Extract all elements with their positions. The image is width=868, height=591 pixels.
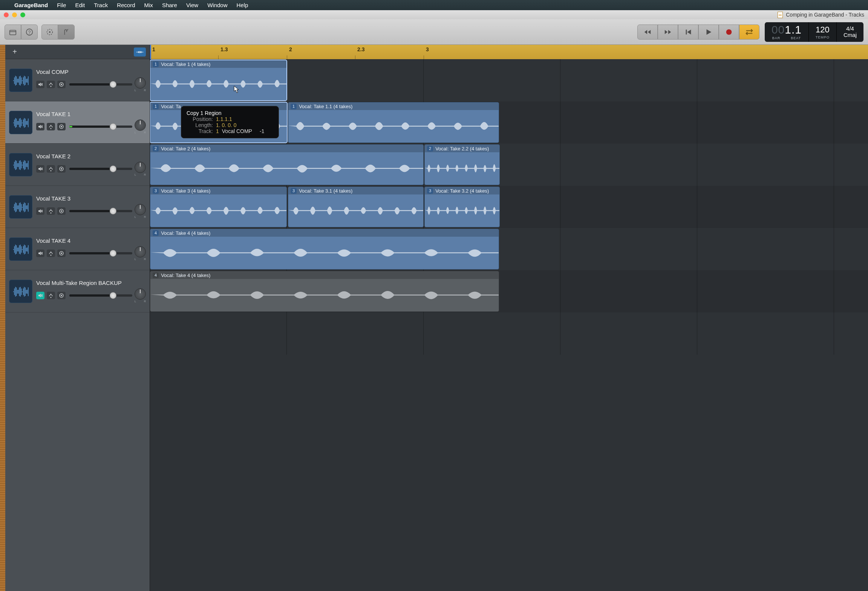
audio-region[interactable]: 3 Vocal: Take 3 (4 takes)	[150, 187, 287, 227]
menu-window[interactable]: Window	[207, 2, 227, 8]
volume-slider[interactable]	[69, 126, 132, 128]
audio-region[interactable]: 2 Vocal: Take 2.2 (4 takes)	[424, 144, 500, 185]
audio-region[interactable]: 1 Vocal: Take 1 (4 takes)	[150, 60, 287, 101]
volume-thumb[interactable]	[110, 208, 116, 214]
mute-button[interactable]	[36, 81, 44, 88]
region-label: Vocal: Take 2 (4 takes)	[161, 146, 210, 152]
menu-edit[interactable]: Edit	[75, 2, 85, 8]
svg-rect-64	[28, 161, 29, 169]
mute-button[interactable]	[36, 207, 44, 215]
play-button[interactable]	[698, 24, 719, 40]
volume-slider[interactable]	[69, 83, 132, 86]
solo-button[interactable]	[47, 165, 55, 173]
take-badge: 2	[427, 146, 433, 152]
input-monitor-button[interactable]	[57, 81, 66, 88]
lcd-key: Cmaj	[844, 32, 857, 38]
pan-knob[interactable]	[135, 204, 146, 215]
volume-thumb[interactable]	[110, 292, 116, 299]
lcd-key-sig[interactable]: 4/4 Cmaj	[837, 22, 863, 42]
quickhelp-button[interactable]: ?	[21, 24, 38, 40]
pan-knob[interactable]	[135, 77, 146, 89]
pan-knob[interactable]	[135, 119, 146, 131]
pan-knob[interactable]	[135, 162, 146, 173]
solo-button[interactable]	[47, 292, 55, 299]
input-monitor-button[interactable]	[57, 123, 66, 130]
menu-record[interactable]: Record	[117, 2, 135, 8]
gotostart-button[interactable]	[678, 24, 698, 40]
solo-button[interactable]	[47, 81, 55, 88]
menu-share[interactable]: Share	[162, 2, 177, 8]
track-header[interactable]: Vocal TAKE 2 LR	[5, 144, 150, 186]
svg-rect-94	[16, 245, 17, 254]
audio-region[interactable]: 3 Vocal: Take 3.1 (4 takes)	[288, 187, 424, 227]
audio-region[interactable]: 3 Vocal: Take 3.2 (4 takes)	[424, 187, 500, 227]
solo-button[interactable]	[47, 250, 55, 257]
lcd-tempo-label: TEMPO	[816, 35, 830, 39]
zoom-button[interactable]	[20, 12, 25, 17]
lcd-bar-dim: 00	[772, 23, 785, 36]
smartcontrols-button[interactable]	[41, 24, 58, 40]
close-button[interactable]	[4, 12, 9, 17]
audio-region[interactable]: 2 Vocal: Take 2 (4 takes)	[150, 144, 424, 185]
track-header[interactable]: Vocal TAKE 3 LR	[5, 186, 150, 228]
input-monitor-button[interactable]	[57, 165, 66, 173]
svg-rect-60	[24, 160, 25, 170]
wood-edge	[0, 45, 5, 591]
region-lanes[interactable]: 1 Vocal: Take 1 (4 takes) 1 Vocal: Ta 1 …	[150, 59, 868, 591]
menu-file[interactable]: File	[57, 2, 66, 8]
app-menu[interactable]: GarageBand	[14, 2, 48, 8]
add-track-button[interactable]: +	[9, 47, 20, 57]
ruler-tick	[424, 55, 424, 59]
mute-button[interactable]	[36, 165, 44, 173]
volume-thumb[interactable]	[110, 165, 116, 172]
track-header[interactable]: Vocal TAKE 1 LR	[5, 101, 150, 144]
svg-rect-36	[21, 119, 22, 126]
menu-mix[interactable]: Mix	[144, 2, 153, 8]
volume-slider[interactable]	[69, 294, 132, 297]
mute-button[interactable]	[36, 292, 44, 299]
lcd-position[interactable]: 001.1 BARBEAT	[765, 22, 809, 42]
track-filter-button[interactable]: ⇥⇤	[134, 47, 146, 57]
svg-rect-9	[15, 76, 16, 86]
lcd-tempo[interactable]: 120 TEMPO	[809, 22, 837, 42]
tooltip-position: 1.1.1.1	[216, 116, 232, 122]
menu-help[interactable]: Help	[237, 2, 248, 8]
svg-rect-80	[23, 204, 24, 211]
volume-thumb[interactable]	[110, 250, 116, 257]
volume-slider[interactable]	[69, 252, 132, 254]
solo-button[interactable]	[47, 207, 55, 215]
editors-button[interactable]	[58, 24, 75, 40]
forward-button[interactable]	[658, 24, 678, 40]
cycle-button[interactable]	[739, 24, 759, 40]
input-monitor-button[interactable]	[57, 207, 66, 215]
audio-region[interactable]: 1 Vocal: Take 1.1 (4 takes)	[288, 102, 499, 143]
track-header[interactable]: Vocal TAKE 4 LR	[5, 228, 150, 270]
svg-rect-98	[20, 245, 21, 254]
input-monitor-button[interactable]	[57, 292, 66, 299]
mute-button[interactable]	[36, 123, 44, 130]
record-button[interactable]	[719, 24, 739, 40]
track-header[interactable]: Vocal COMP LR	[5, 59, 150, 101]
track-lane[interactable]	[150, 312, 868, 355]
volume-thumb[interactable]	[110, 81, 116, 88]
volume-slider[interactable]	[69, 168, 132, 170]
audio-region[interactable]: 4 Vocal: Take 4 (4 takes)	[150, 271, 499, 312]
solo-button[interactable]	[47, 123, 55, 130]
volume-slider[interactable]	[69, 210, 132, 212]
minimize-button[interactable]	[12, 12, 17, 17]
svg-point-111	[61, 253, 62, 254]
input-monitor-button[interactable]	[57, 250, 66, 257]
menu-track[interactable]: Track	[94, 2, 108, 8]
volume-thumb[interactable]	[110, 123, 116, 130]
pan-knob[interactable]	[135, 246, 146, 257]
audio-region[interactable]: 4 Vocal: Take 4 (4 takes)	[150, 229, 499, 269]
track-header[interactable]: Vocal Multi-Take Region BACKUP LR	[5, 270, 150, 312]
library-button[interactable]	[5, 24, 21, 40]
timeline-ruler[interactable]: 11.322.33	[150, 45, 868, 59]
svg-rect-106	[28, 245, 29, 254]
mute-button[interactable]	[36, 250, 44, 257]
menu-view[interactable]: View	[186, 2, 198, 8]
pan-knob[interactable]	[135, 288, 146, 300]
svg-rect-101	[23, 246, 24, 253]
rewind-button[interactable]	[637, 24, 658, 40]
